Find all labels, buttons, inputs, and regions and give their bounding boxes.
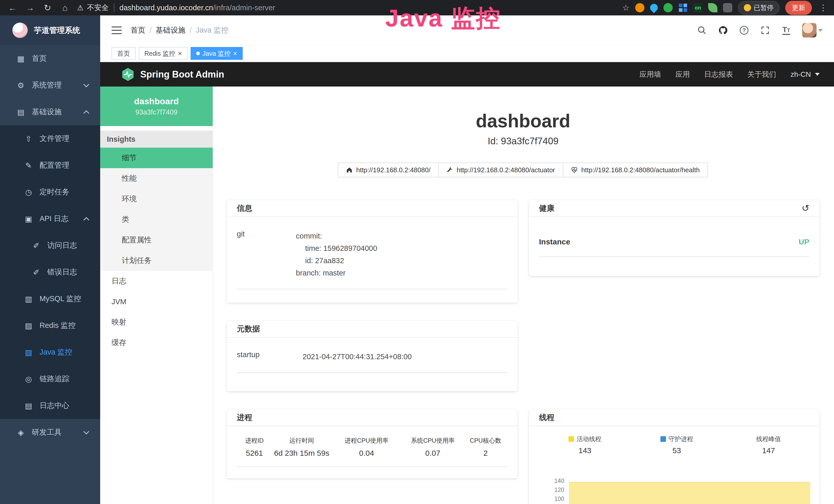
sba-nav-about[interactable]: 关于我们 [747,70,776,79]
threads-card-header: 线程 [529,409,820,426]
browser-update-button[interactable]: 更新 [785,1,812,15]
extension-leaf-icon[interactable] [708,3,717,12]
instance-links: http://192.168.0.2:48080/ http://192.168… [226,162,820,177]
card-title: 线程 [539,412,554,423]
sba-item-caches[interactable]: 缓存 [100,333,213,353]
security-warning-icon: ⚠ [77,4,84,12]
user-menu[interactable] [802,23,823,38]
active-dot-icon [196,52,200,55]
sba-item-mappings[interactable]: 映射 [100,312,213,333]
sba-nav-applications[interactable]: 应用 [676,70,690,79]
bookmark-star-icon[interactable]: ☆ [622,3,630,13]
health-url-link[interactable]: http://192.168.0.2:48080/actuator/health [563,162,708,177]
sidebar-item-java-monitor[interactable]: ▧Java 监控 [0,339,100,366]
sidebar-item-mysql-monitor[interactable]: ▥MySQL 监控 [0,285,100,312]
sba-brand[interactable]: Spring Boot Admin [121,67,224,82]
sidebar-item-home[interactable]: ▦首页 [0,45,100,72]
sba-item-scheduled-tasks[interactable]: 计划任务 [100,250,213,271]
hamburger-icon[interactable] [111,26,122,34]
timer-icon: ◷ [23,188,35,197]
extension-on-badge-icon[interactable]: on [693,3,702,12]
font-size-icon[interactable]: TT [781,25,791,36]
sidebar-item-api-log[interactable]: ▣API 日志 [0,205,100,232]
extension-fox-icon[interactable] [635,3,644,12]
sidebar-item-scheduled-jobs[interactable]: ◷定时任务 [0,179,100,205]
address-bar[interactable]: ⚠ 不安全 dashboard.yudao.iocoder.cn/infra/a… [77,3,619,13]
extension-grid-icon[interactable] [678,3,687,12]
extension-green-icon[interactable] [663,3,673,12]
github-icon[interactable] [718,25,728,36]
health-card-body: Instance UP [529,217,820,257]
browser-toolbar: ← → ↻ ⌂ ⚠ 不安全 dashboard.yudao.iocoder.cn… [0,0,834,16]
wrench-icon [446,167,453,173]
sba-item-details[interactable]: 细节 [100,147,213,168]
browser-home-icon[interactable]: ⌂ [58,3,72,13]
instance-name: dashboard [134,96,179,106]
sba-item-environment[interactable]: 环境 [100,189,213,209]
extension-droplet-icon[interactable] [649,2,659,13]
process-col-pid: 进程ID5261 [237,436,272,458]
sba-nav: 应用墙 应用 日志报表 关于我们 zh-CN [640,70,820,79]
legend-peak-threads: 线程峰值 147 [723,435,815,455]
column-value: 0.07 [402,449,464,458]
sba-item-logs[interactable]: 日志 [100,271,213,292]
sidebar-item-log-center[interactable]: ▤日志中心 [0,392,100,419]
close-icon[interactable]: × [233,50,237,57]
help-icon[interactable]: ? [739,25,749,36]
search-icon[interactable] [697,25,707,36]
column-value: 6d 23h 15m 59s [272,449,332,458]
edit-icon: ✎ [23,161,35,170]
breadcrumb-infra[interactable]: 基础设施 [156,25,185,36]
fullscreen-icon[interactable] [760,25,770,36]
tab-redis-monitor[interactable]: Redis 监控× [139,47,188,60]
log-center-icon: ▤ [23,401,35,410]
question-mark: ? [740,26,748,35]
sidebar-item-redis-monitor[interactable]: ▨Redis 监控 [0,312,100,339]
sidebar-item-label: 系统管理 [32,80,62,90]
instance-subtitle: Id: 93a3fc7f7409 [226,136,820,146]
instance-id: 93a3fc7f7409 [135,108,177,116]
locale-selector[interactable]: zh-CN [791,70,820,78]
history-icon[interactable]: ↺ [802,203,809,214]
sba-nav-wallboard[interactable]: 应用墙 [640,70,661,79]
breadcrumb-home[interactable]: 首页 [130,25,146,36]
sba-item-jvm[interactable]: JVM [100,292,213,312]
sidebar-item-dev-tools[interactable]: ◈研发工具 [0,419,100,446]
sidebar-item-access-log[interactable]: ✐访问日志 [0,232,100,259]
browser-forward-icon[interactable]: → [23,3,38,13]
chart-plot-area [568,464,815,504]
tab-home[interactable]: 首页 [111,47,136,60]
paused-badge[interactable]: 已暂停 [738,1,780,15]
browser-back-icon[interactable]: ← [5,3,20,13]
breadcrumb-current: Java 监控 [196,25,228,36]
info-line: time: 1596289704000 [296,242,377,254]
sba-item-metrics[interactable]: 性能 [100,168,213,189]
sidebar-item-error-log[interactable]: ✐错误日志 [0,259,100,285]
instance-block[interactable]: dashboard 93a3fc7f7409 [100,87,213,126]
close-icon[interactable]: × [178,50,182,57]
header-actions: ? TT [697,23,823,38]
actuator-url-link[interactable]: http://192.168.0.2:48080/actuator [438,162,563,177]
extensions-puzzle-icon[interactable] [723,3,732,12]
sba-nav-journal[interactable]: 日志报表 [704,70,733,79]
card-title: 健康 [539,203,554,214]
sidebar-item-trace[interactable]: ◎链路追踪 [0,366,100,392]
threads-legend: 活动线程 143 守护进程 53 [539,435,815,455]
sidebar-item-config-manage[interactable]: ✎配置管理 [0,152,100,179]
cards-grid: 信息 git commit: time: 1596289704000 id: 2… [226,200,820,504]
sidebar-item-file-manage[interactable]: ⇧文件管理 [0,125,100,152]
health-row-instance[interactable]: Instance UP [539,237,810,257]
browser-menu-icon[interactable]: ⋮ [817,3,829,13]
layers-icon: ▨ [23,321,35,330]
service-url-link[interactable]: http://192.168.0.2:48080/ [338,162,439,177]
browser-refresh-icon[interactable]: ↻ [40,3,55,13]
tab-java-monitor[interactable]: Java 监控× [191,47,243,60]
monitor-icon: ▤ [15,108,27,117]
app-logo[interactable]: 芋道管理系统 [0,16,100,45]
health-status-badge: UP [798,237,809,246]
sba-item-classes[interactable]: 类 [100,209,213,230]
sba-item-config-props[interactable]: 配置属性 [100,230,213,250]
sidebar-item-infrastructure[interactable]: ▤基础设施 [0,98,100,125]
sidebar-item-system[interactable]: ⚙系统管理 [0,72,100,98]
upload-icon: ⇧ [23,134,35,143]
